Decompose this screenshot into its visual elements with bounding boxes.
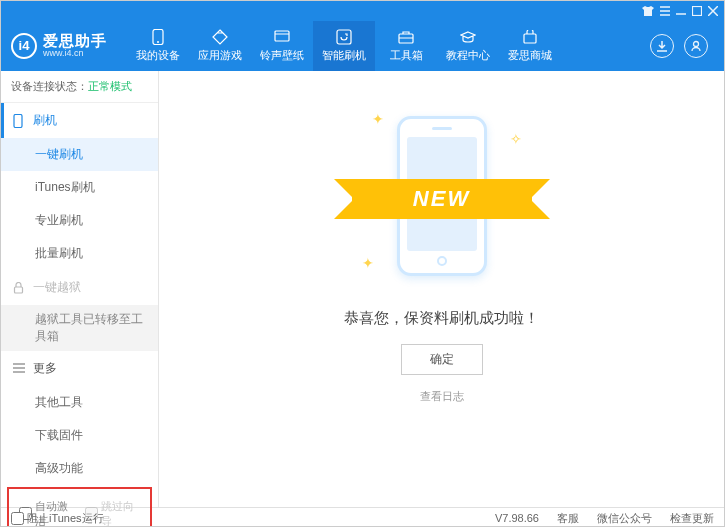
svg-rect-9 [15, 287, 23, 293]
success-message: 恭喜您，保资料刷机成功啦！ [344, 309, 539, 328]
new-ribbon: NEW [352, 179, 532, 219]
nav-label: 铃声壁纸 [260, 48, 304, 63]
service-link[interactable]: 客服 [557, 511, 579, 526]
nav-tools[interactable]: 工具箱 [375, 21, 437, 71]
sidebar-item-onekey[interactable]: 一键刷机 [1, 138, 158, 171]
ok-button[interactable]: 确定 [401, 344, 483, 375]
sidebar-item-advanced[interactable]: 高级功能 [1, 452, 158, 485]
close-icon[interactable] [708, 6, 718, 16]
nav-label: 教程中心 [446, 48, 490, 63]
checkbox-label: 阻止iTunes运行 [27, 511, 104, 526]
sidebar-item-batch[interactable]: 批量刷机 [1, 237, 158, 270]
svg-point-2 [157, 41, 159, 43]
nav-label: 应用游戏 [198, 48, 242, 63]
sidebar-item-itunes[interactable]: iTunes刷机 [1, 171, 158, 204]
nav-store[interactable]: 爱思商城 [499, 21, 561, 71]
phone-icon [13, 114, 27, 128]
logo-icon: i4 [11, 33, 37, 59]
store-icon [521, 29, 539, 45]
view-log-link[interactable]: 查看日志 [420, 389, 464, 404]
svg-rect-0 [693, 7, 702, 16]
sidebar: 设备连接状态：正常模式 刷机 一键刷机 iTunes刷机 专业刷机 批量刷机 一… [1, 71, 159, 507]
connection-status: 设备连接状态：正常模式 [1, 71, 158, 103]
maximize-icon[interactable] [692, 6, 702, 16]
logo: i4 爱思助手 www.i4.cn [11, 33, 107, 59]
block-itunes-checkbox[interactable]: 阻止iTunes运行 [11, 511, 104, 526]
update-link[interactable]: 检查更新 [670, 511, 714, 526]
svg-rect-4 [337, 30, 351, 44]
app-url: www.i4.cn [43, 49, 107, 59]
sidebar-header-jailbreak[interactable]: 一键越狱 [1, 270, 158, 305]
sidebar-jailbreak-info: 越狱工具已转移至工具箱 [1, 305, 158, 351]
more-icon [13, 363, 27, 373]
top-nav: 我的设备 应用游戏 铃声壁纸 智能刷机 工具箱 教程中心 爱思商城 [127, 21, 650, 71]
sidebar-item-download[interactable]: 下载固件 [1, 419, 158, 452]
header-label: 更多 [33, 360, 57, 377]
status-label: 设备连接状态： [11, 80, 88, 92]
tutorial-icon [459, 29, 477, 45]
nav-label: 我的设备 [136, 48, 180, 63]
nav-label: 工具箱 [390, 48, 423, 63]
sidebar-header-more[interactable]: 更多 [1, 351, 158, 386]
header-label: 一键越狱 [33, 279, 81, 296]
nav-tutorial[interactable]: 教程中心 [437, 21, 499, 71]
nav-label: 智能刷机 [322, 48, 366, 63]
nav-apps[interactable]: 应用游戏 [189, 21, 251, 71]
tshirt-icon[interactable] [642, 6, 654, 16]
sidebar-item-other[interactable]: 其他工具 [1, 386, 158, 419]
success-illustration: ✦ ✧ ✦ NEW [342, 101, 542, 291]
svg-point-7 [694, 42, 699, 47]
ringtone-icon [273, 29, 291, 45]
version: V7.98.66 [495, 512, 539, 524]
download-button[interactable] [650, 34, 674, 58]
sidebar-item-pro[interactable]: 专业刷机 [1, 204, 158, 237]
svg-rect-8 [14, 114, 22, 127]
svg-rect-3 [275, 31, 289, 41]
titlebar [1, 1, 724, 21]
status-value: 正常模式 [88, 80, 132, 92]
wechat-link[interactable]: 微信公众号 [597, 511, 652, 526]
minimize-icon[interactable] [676, 6, 686, 16]
svg-rect-6 [524, 34, 536, 43]
header-label: 刷机 [33, 112, 57, 129]
flash-icon [335, 29, 353, 45]
apps-icon [211, 29, 229, 45]
device-icon [149, 29, 167, 45]
lock-icon [13, 282, 27, 294]
nav-ringtone[interactable]: 铃声壁纸 [251, 21, 313, 71]
nav-my-device[interactable]: 我的设备 [127, 21, 189, 71]
main-content: ✦ ✧ ✦ NEW 恭喜您，保资料刷机成功啦！ 确定 查看日志 [159, 71, 724, 507]
menu-icon[interactable] [660, 6, 670, 16]
nav-label: 爱思商城 [508, 48, 552, 63]
checkbox-label: 跳过向导 [101, 499, 141, 527]
header: i4 爱思助手 www.i4.cn 我的设备 应用游戏 铃声壁纸 智能刷机 工具… [1, 21, 724, 71]
user-button[interactable] [684, 34, 708, 58]
app-title: 爱思助手 [43, 33, 107, 50]
toolbox-icon [397, 29, 415, 45]
sidebar-header-flash[interactable]: 刷机 [1, 103, 158, 138]
nav-flash[interactable]: 智能刷机 [313, 21, 375, 71]
